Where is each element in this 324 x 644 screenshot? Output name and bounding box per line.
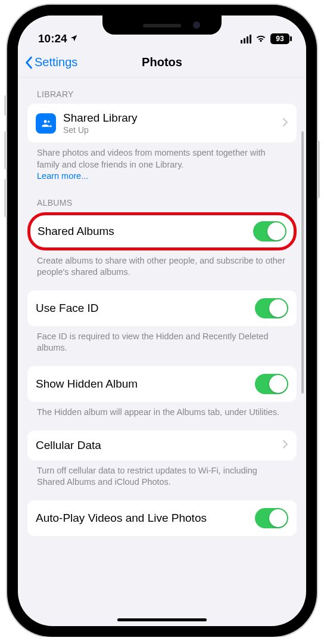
chevron-right-icon <box>282 439 288 451</box>
autoplay-group: Auto-Play Videos and Live Photos <box>27 500 297 536</box>
library-group: Shared Library Set Up <box>27 104 297 143</box>
location-icon <box>70 32 78 45</box>
section-header-library: LIBRARY <box>27 78 297 104</box>
screen: 10:24 93 Settings <box>18 16 306 626</box>
hidden-footer: The Hidden album will appear in the Albu… <box>27 402 297 419</box>
chevron-right-icon <box>282 117 288 129</box>
autoplay-title: Auto-Play Videos and Live Photos <box>36 511 248 525</box>
autoplay-toggle[interactable] <box>255 508 288 528</box>
phone-frame: 10:24 93 Settings <box>7 5 317 637</box>
shared-library-icon <box>36 113 56 134</box>
autoplay-row[interactable]: Auto-Play Videos and Live Photos <box>27 500 297 536</box>
power-button <box>317 141 320 198</box>
shared-albums-row[interactable]: Shared Albums <box>30 215 294 247</box>
cellular-title: Cellular Data <box>36 439 275 452</box>
wifi-icon <box>255 32 267 45</box>
library-footer-text: Share photos and videos from moments spe… <box>37 148 266 169</box>
cellular-group: Cellular Data <box>27 431 297 460</box>
home-indicator[interactable] <box>117 618 207 621</box>
back-button[interactable]: Settings <box>24 55 77 69</box>
faceid-group: Use Face ID <box>27 290 297 326</box>
mute-switch <box>4 95 7 116</box>
back-label: Settings <box>35 55 77 69</box>
volume-down-button <box>4 179 7 217</box>
scroll-indicator <box>301 131 304 394</box>
cellular-signal-icon <box>241 35 251 44</box>
cellular-row[interactable]: Cellular Data <box>27 431 297 460</box>
faceid-row[interactable]: Use Face ID <box>27 290 297 326</box>
faceid-toggle[interactable] <box>255 298 288 318</box>
speaker-grille <box>143 24 181 27</box>
shared-library-row[interactable]: Shared Library Set Up <box>27 104 297 143</box>
shared-albums-toggle[interactable] <box>253 221 286 242</box>
status-time: 10:24 <box>38 32 67 45</box>
shared-albums-footer: Create albums to share with other people… <box>27 250 297 278</box>
volume-up-button <box>4 131 7 169</box>
hidden-title: Show Hidden Album <box>36 377 248 391</box>
battery-indicator: 93 <box>270 33 289 44</box>
library-footer: Share photos and videos from moments spe… <box>27 143 297 182</box>
hidden-row[interactable]: Show Hidden Album <box>27 366 297 402</box>
battery-percent: 93 <box>276 35 284 43</box>
section-header-albums: ALBUMS <box>27 182 297 212</box>
page-title: Photos <box>142 55 182 69</box>
shared-albums-group: Shared Albums <box>27 212 297 250</box>
nav-bar: Settings Photos <box>18 48 306 78</box>
cellular-footer: Turn off cellular data to restrict updat… <box>27 460 297 488</box>
faceid-footer: Face ID is required to view the Hidden a… <box>27 326 297 354</box>
shared-library-sub: Set Up <box>63 125 275 135</box>
shared-albums-title: Shared Albums <box>38 225 246 238</box>
hidden-toggle[interactable] <box>255 374 288 394</box>
front-camera <box>193 21 200 29</box>
settings-content[interactable]: LIBRARY Shared Library Set Up <box>18 78 306 626</box>
notch <box>102 16 222 35</box>
hidden-group: Show Hidden Album <box>27 366 297 402</box>
faceid-title: Use Face ID <box>36 302 248 315</box>
learn-more-link[interactable]: Learn more... <box>37 171 88 181</box>
shared-library-title: Shared Library <box>63 112 275 125</box>
